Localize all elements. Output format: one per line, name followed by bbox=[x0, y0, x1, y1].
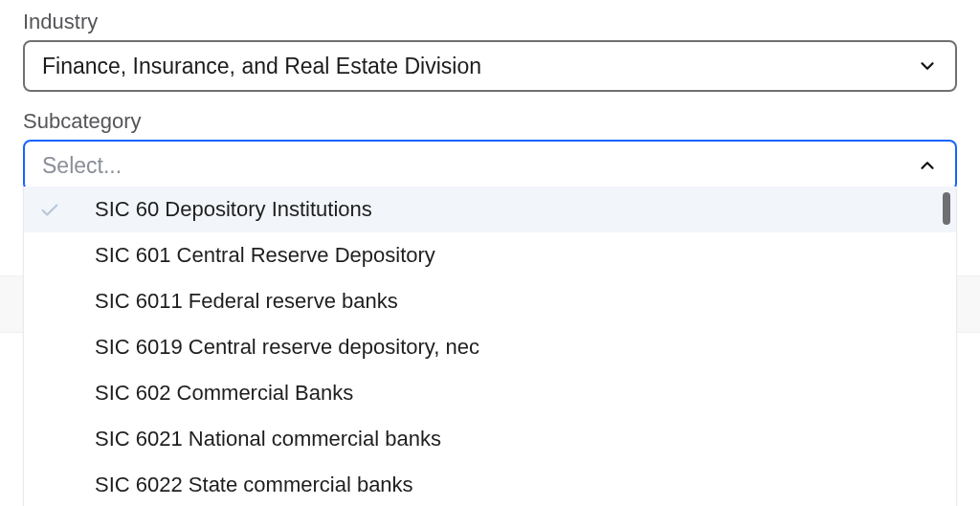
subcategory-option[interactable]: SIC 602 Commercial Banks bbox=[24, 370, 956, 416]
subcategory-option-list: SIC 60 Depository Institutions SIC 601 C… bbox=[24, 187, 956, 506]
subcategory-dropdown: SIC 60 Depository Institutions SIC 601 C… bbox=[23, 187, 957, 506]
form-page: Industry Finance, Insurance, and Real Es… bbox=[0, 0, 980, 506]
subcategory-option-label: SIC 60 Depository Institutions bbox=[95, 197, 372, 222]
subcategory-option-label: SIC 6021 National commercial banks bbox=[95, 427, 441, 451]
subcategory-option[interactable]: SIC 6022 State commercial banks bbox=[24, 462, 956, 506]
scrollbar-thumb[interactable] bbox=[943, 192, 950, 225]
chevron-down-icon bbox=[917, 55, 938, 77]
industry-select[interactable]: Finance, Insurance, and Real Estate Divi… bbox=[23, 40, 957, 92]
subcategory-option-label: SIC 601 Central Reserve Depository bbox=[95, 243, 435, 268]
check-icon bbox=[39, 199, 66, 220]
subcategory-option[interactable]: SIC 60 Depository Institutions bbox=[24, 187, 956, 232]
subcategory-option[interactable]: SIC 601 Central Reserve Depository bbox=[24, 232, 956, 278]
subcategory-option[interactable]: SIC 6011 Federal reserve banks bbox=[24, 278, 956, 324]
industry-label: Industry bbox=[23, 10, 957, 34]
scrollbar[interactable] bbox=[943, 192, 950, 500]
industry-select-value: Finance, Insurance, and Real Estate Divi… bbox=[42, 54, 481, 79]
subcategory-label: Subcategory bbox=[23, 109, 957, 134]
subcategory-option-label: SIC 6019 Central reserve depository, nec bbox=[95, 335, 479, 360]
subcategory-select-placeholder: Select... bbox=[42, 153, 122, 179]
subcategory-option-label: SIC 602 Commercial Banks bbox=[95, 381, 353, 406]
subcategory-option[interactable]: SIC 6019 Central reserve depository, nec bbox=[24, 324, 956, 370]
subcategory-option[interactable]: SIC 6021 National commercial banks bbox=[24, 416, 956, 462]
industry-field-group: Industry Finance, Insurance, and Real Es… bbox=[23, 10, 957, 92]
subcategory-option-label: SIC 6022 State commercial banks bbox=[95, 473, 413, 497]
subcategory-option-label: SIC 6011 Federal reserve banks bbox=[95, 289, 398, 314]
subcategory-select[interactable]: Select... bbox=[23, 140, 957, 191]
chevron-up-icon bbox=[917, 155, 938, 176]
subcategory-field-group: Subcategory Select... bbox=[23, 109, 957, 191]
